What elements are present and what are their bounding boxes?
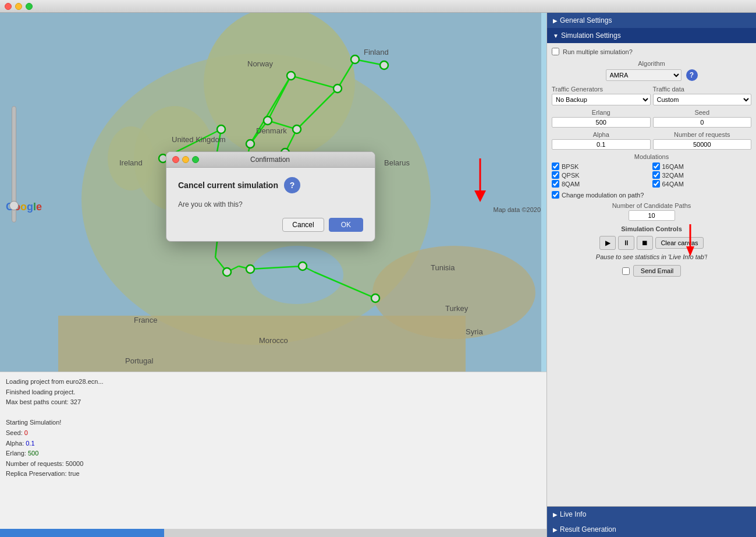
change-mod-checkbox[interactable] (552, 191, 559, 199)
mod-64qam-checkbox[interactable] (652, 180, 660, 188)
mod-16qam-label: 16QAM (662, 163, 684, 170)
mod-32qam-label: 32QAM (662, 172, 684, 179)
change-mod-label: Change modulation on path? (562, 192, 644, 199)
algorithm-label: Algorithm (552, 60, 751, 67)
mod-qpsk-checkbox[interactable] (552, 171, 559, 179)
log-line-6: Alpha: 0.1 (6, 439, 541, 449)
alpha-group: Alpha (552, 131, 651, 150)
mod-bpsk-checkbox[interactable] (552, 162, 559, 170)
send-email-checkbox[interactable] (622, 267, 630, 275)
mod-32qam-checkbox[interactable] (652, 171, 660, 179)
modal-sub-text: Are you ok with this? (178, 198, 363, 209)
mod-64qam: 64QAM (652, 180, 752, 188)
live-info-label: Live Info (560, 510, 586, 518)
modal-main-text-label: Cancel current simulation (178, 181, 278, 190)
change-mod-row: Change modulation on path? (552, 191, 751, 199)
result-generation-header[interactable]: ▶ Result Generation (547, 522, 756, 537)
erlang-group: Erlang 500 (552, 109, 651, 128)
log-line-9: Replica Preservation: true (6, 469, 541, 479)
simulation-settings-label: Simulation Settings (561, 31, 621, 40)
seed-input[interactable]: 0 (653, 117, 752, 128)
algorithm-select[interactable]: AMRA (606, 69, 682, 81)
alpha-requests-row: Alpha Number of requests (552, 131, 751, 150)
modal-cancel-button[interactable]: Cancel (282, 218, 324, 232)
erlang-label: Erlang (592, 109, 611, 116)
sim-controls-buttons: ▶ ⏸ ⏹ Clear canvas (552, 236, 751, 250)
erlang-seed-row: Erlang 500 Seed 0 (552, 109, 751, 128)
progress-bar (0, 529, 164, 537)
log-erlang-value: 500 (28, 450, 38, 457)
candidate-paths-input[interactable] (629, 210, 675, 221)
traffic-data-select[interactable]: Custom (653, 94, 752, 105)
traffic-generators-select[interactable]: No Backup (552, 94, 651, 105)
log-line-2: Finished loading project. (6, 387, 541, 398)
modal-maximize-button[interactable] (192, 156, 199, 163)
log-line-3: Max best paths count: 327 (6, 397, 541, 408)
modal-overlay: Confirmation Cancel current simulation ?… (0, 13, 541, 372)
live-info-header[interactable]: ▶ Live Info (547, 507, 756, 522)
mod-16qam-checkbox[interactable] (652, 162, 660, 170)
mod-qpsk: QPSK (552, 171, 651, 179)
alpha-input[interactable] (552, 139, 651, 150)
simulation-settings-header[interactable]: ▼ Simulation Settings (547, 28, 756, 43)
traffic-lights (5, 3, 33, 10)
modal-title: Confirmation (199, 156, 341, 164)
progress-bar-container (0, 529, 546, 537)
algorithm-help-icon[interactable]: ? (686, 69, 698, 81)
log-line-blank (6, 408, 541, 418)
red-arrow-2 (682, 224, 699, 259)
log-line-7: Erlang: 500 (6, 448, 541, 459)
modal-traffic-lights (172, 156, 199, 163)
modulations-title: Modulations (552, 153, 751, 160)
general-settings-label: General Settings (560, 16, 612, 24)
simulation-settings-body: Run multiple simulation? Algorithm AMRA … (547, 43, 756, 286)
main-container: Finland Norway Denmark Belarus Ireland U… (0, 13, 756, 537)
traffic-row: Traffic Generators No Backup Traffic dat… (552, 86, 751, 105)
traffic-data-group: Traffic data Custom (653, 86, 752, 105)
candidate-paths-label: Number of Candidate Paths (612, 202, 691, 209)
mod-8qam-checkbox[interactable] (552, 180, 559, 188)
mod-16qam: 16QAM (652, 162, 752, 170)
requests-group: Number of requests (653, 131, 752, 150)
simulation-settings-arrow: ▼ (553, 33, 559, 39)
spacer-panel (547, 286, 756, 506)
log-line-4: Starting Simulation! (6, 418, 541, 428)
alpha-label: Alpha (593, 131, 609, 138)
pause-note: Pause to see statistics in 'Live Info ta… (552, 253, 751, 260)
modal-question-icon: ? (284, 177, 300, 193)
run-multiple-checkbox[interactable] (552, 48, 559, 55)
candidate-paths-row: Number of Candidate Paths (552, 202, 751, 221)
modal-close-button[interactable] (172, 156, 179, 163)
modal-ok-button[interactable]: OK (329, 218, 363, 232)
erlang-input[interactable]: 500 (552, 117, 651, 128)
log-alpha-value: 0.1 (26, 440, 34, 447)
result-generation-label: Result Generation (560, 525, 616, 534)
sim-controls-header: Simulation Controls (552, 225, 751, 232)
run-multiple-row: Run multiple simulation? (552, 48, 751, 55)
result-generation-arrow: ▶ (553, 527, 558, 533)
requests-input[interactable] (653, 139, 752, 150)
mod-8qam-label: 8QAM (562, 181, 580, 188)
pause-button[interactable]: ⏸ (618, 236, 634, 250)
mod-8qam: 8QAM (552, 180, 651, 188)
stop-button[interactable]: ⏹ (637, 236, 653, 250)
traffic-data-label: Traffic data (653, 86, 752, 93)
modal-main-text: Cancel current simulation ? (178, 177, 363, 193)
minimize-button[interactable] (15, 3, 22, 10)
maximize-button[interactable] (26, 3, 33, 10)
general-settings-header[interactable]: ▶ General Settings (547, 13, 756, 28)
send-email-row: Send Email (552, 265, 751, 277)
mod-32qam: 32QAM (652, 171, 752, 179)
log-area: Loading project from euro28.ecn... Finis… (0, 372, 546, 529)
log-seed-value: 0 (24, 429, 28, 436)
map-area[interactable]: Finland Norway Denmark Belarus Ireland U… (0, 13, 546, 372)
modal-minimize-button[interactable] (182, 156, 189, 163)
modal-title-bar: Confirmation (166, 152, 375, 168)
traffic-generators-group: Traffic Generators No Backup (552, 86, 651, 105)
modal-body: Cancel current simulation ? Are you ok w… (166, 168, 375, 241)
send-email-button[interactable]: Send Email (633, 265, 681, 277)
play-button[interactable]: ▶ (599, 236, 616, 250)
title-bar (0, 0, 756, 13)
close-button[interactable] (5, 3, 12, 10)
general-settings-arrow: ▶ (553, 17, 558, 24)
